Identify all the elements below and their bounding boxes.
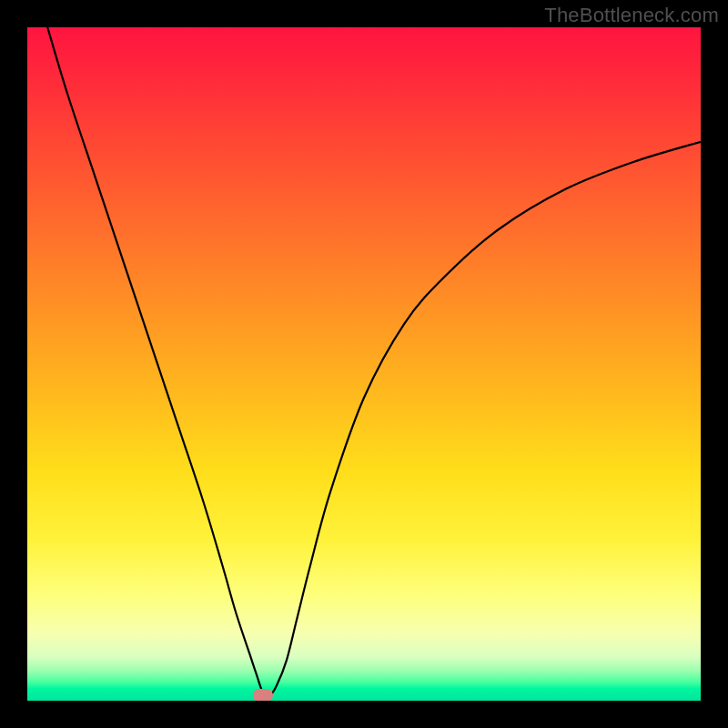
chart-frame: TheBottleneck.com <box>0 0 728 728</box>
watermark-text: TheBottleneck.com <box>544 4 719 27</box>
bottleneck-curve <box>27 27 701 701</box>
optimal-point-marker <box>253 689 273 701</box>
plot-area <box>27 27 701 701</box>
